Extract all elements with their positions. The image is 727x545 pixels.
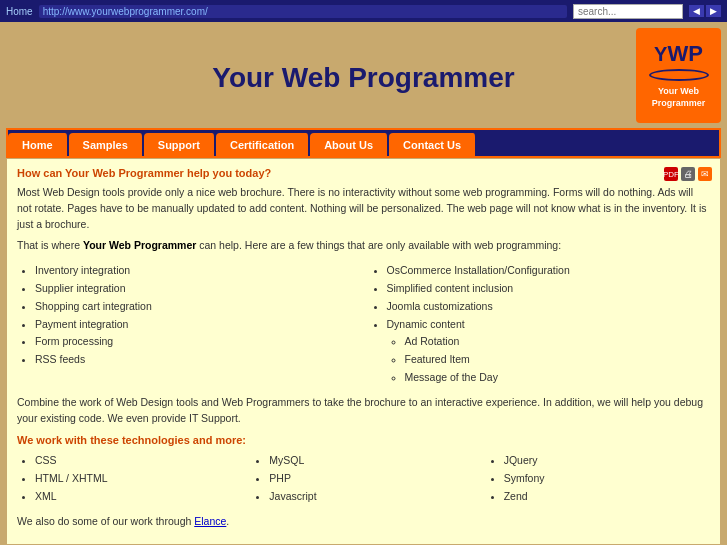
list-item: Inventory integration: [35, 262, 359, 280]
address-bar: Home http://www.yourwebprogrammer.com/ ◀…: [0, 0, 727, 22]
list-item: Shopping cart integration: [35, 298, 359, 316]
list-left: Inventory integration Supplier integrati…: [17, 262, 359, 369]
intro-para: Most Web Design tools provide only a nic…: [17, 185, 710, 232]
sub-list: Ad Rotation Featured Item Message of the…: [387, 333, 711, 387]
that-is-where-para: That is where Your Web Programmer can he…: [17, 238, 710, 254]
list-item: RSS feeds: [35, 351, 359, 369]
tech-item: Javascript: [269, 488, 475, 506]
home-breadcrumb[interactable]: Home: [6, 6, 33, 17]
search-input[interactable]: [573, 4, 683, 19]
content-area: PDF 🖨 ✉ How can Your Web Programmer help…: [6, 158, 721, 545]
tech-item: PHP: [269, 470, 475, 488]
logo-w-letter: W: [667, 43, 688, 65]
nav-tab-about[interactable]: About Us: [310, 133, 389, 156]
tech-item: XML: [35, 488, 241, 506]
elance-link[interactable]: Elance: [194, 515, 226, 527]
nav-tab-samples[interactable]: Samples: [69, 133, 144, 156]
tech-heading: We work with these technologies and more…: [17, 434, 710, 446]
tech-col-1: CSS HTML / XHTML XML: [17, 452, 241, 506]
tech-item: JQuery: [504, 452, 710, 470]
site-title: Your Web Programmer: [212, 62, 514, 94]
forward-button[interactable]: ▶: [706, 5, 721, 17]
list-col-left: Inventory integration Supplier integrati…: [17, 262, 359, 387]
tech-section: We work with these technologies and more…: [17, 434, 710, 506]
sub-list-item: Message of the Day: [405, 369, 711, 387]
tech-lists: CSS HTML / XHTML XML MySQL PHP Javascrip…: [17, 452, 710, 506]
pdf-icon[interactable]: PDF: [664, 167, 678, 181]
nav-tab-certification[interactable]: Certification: [216, 133, 310, 156]
sub-list-item: Ad Rotation: [405, 333, 711, 351]
list-item: OsCommerce Installation/Configuration: [387, 262, 711, 280]
nav-arrows: ◀ ▶: [689, 5, 721, 17]
email-icon[interactable]: ✉: [698, 167, 712, 181]
combine-para: Combine the work of Web Design tools and…: [17, 395, 710, 427]
sub-list-item: Featured Item: [405, 351, 711, 369]
nav-bar: Home Samples Support Certification About…: [6, 128, 721, 158]
content-heading: How can Your Web Programmer help you tod…: [17, 167, 710, 179]
list-right: OsCommerce Installation/Configuration Si…: [369, 262, 711, 387]
list-item: Supplier integration: [35, 280, 359, 298]
list-item: Simplified content inclusion: [387, 280, 711, 298]
tech-item: Symfony: [504, 470, 710, 488]
tech-item: HTML / XHTML: [35, 470, 241, 488]
nav-tab-home[interactable]: Home: [8, 133, 69, 156]
list-item: Form processing: [35, 333, 359, 351]
tech-col-3: JQuery Symfony Zend: [486, 452, 710, 506]
logo-p-letter: P: [688, 41, 703, 67]
list-col-right: OsCommerce Installation/Configuration Si…: [369, 262, 711, 387]
nav-tab-contact[interactable]: Contact Us: [389, 133, 477, 156]
logo-text: Your Web Programmer: [652, 86, 706, 109]
list-item: Joomla customizations: [387, 298, 711, 316]
main-container: Your Web Programmer Y W P Your Web Progr…: [0, 22, 727, 545]
url-bar[interactable]: http://www.yourwebprogrammer.com/: [39, 5, 567, 18]
logo-area: Your Web Programmer Y W P Your Web Progr…: [6, 28, 721, 128]
tech-item: CSS: [35, 452, 241, 470]
logo-badge: Y W P Your Web Programmer: [636, 28, 721, 123]
logo-graphic: Y W P: [649, 41, 709, 83]
list-item: Payment integration: [35, 316, 359, 334]
tech-col-2: MySQL PHP Javascript: [251, 452, 475, 506]
elance-para: We also do some of our work through Elan…: [17, 514, 710, 530]
print-icon[interactable]: 🖨: [681, 167, 695, 181]
nav-spacer: [477, 130, 719, 156]
tech-item: Zend: [504, 488, 710, 506]
lists-area: Inventory integration Supplier integrati…: [17, 262, 710, 387]
back-button[interactable]: ◀: [689, 5, 704, 17]
tech-item: MySQL: [269, 452, 475, 470]
nav-tab-support[interactable]: Support: [144, 133, 216, 156]
logo-circle: [649, 69, 709, 81]
logo-y-letter: Y: [654, 43, 667, 66]
content-icons: PDF 🖨 ✉: [664, 167, 712, 181]
list-item-dynamic: Dynamic content Ad Rotation Featured Ite…: [387, 316, 711, 387]
